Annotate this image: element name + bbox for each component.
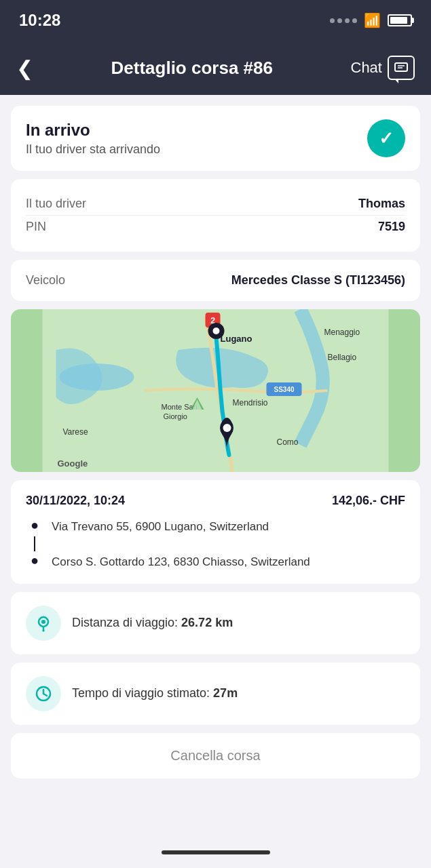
route-line — [34, 536, 35, 551]
trip-info-card: 30/11/2022, 10:24 142,06.- CHF ● Via Tre… — [11, 480, 420, 584]
signal-dots — [330, 18, 357, 23]
trip-route: ● Via Trevano 55, 6900 Lugano, Switzerla… — [26, 517, 405, 570]
travel-time-value: 27m — [213, 686, 238, 700]
to-pin-icon: ● — [31, 553, 39, 568]
svg-text:Lugano: Lugano — [221, 334, 252, 344]
main-content: In arrivo Il tuo driver sta arrivando ✓ … — [0, 95, 431, 840]
svg-text:Mendrisio: Mendrisio — [233, 398, 268, 408]
location-icon — [35, 614, 52, 632]
pin-value: 7519 — [378, 220, 405, 234]
svg-text:Como: Como — [277, 437, 299, 447]
chat-label: Chat — [351, 59, 382, 77]
svg-text:Bellagio: Bellagio — [328, 353, 357, 362]
svg-point-24 — [41, 620, 45, 624]
driver-label: Il tuo driver — [26, 197, 86, 211]
svg-text:SS340: SS340 — [274, 386, 294, 393]
arrival-card: In arrivo Il tuo driver sta arrivando ✓ — [11, 106, 420, 171]
distance-text: Distanza di viaggio: 26.72 km — [72, 616, 233, 630]
status-time: 10:28 — [19, 11, 60, 30]
check-icon: ✓ — [379, 128, 394, 149]
arrival-text: In arrivo Il tuo driver sta arrivando — [26, 121, 160, 157]
svg-text:Menaggio: Menaggio — [324, 328, 360, 337]
svg-line-28 — [43, 694, 47, 696]
chat-icon — [388, 56, 415, 80]
battery-icon — [388, 14, 412, 26]
route-line-row — [26, 535, 405, 553]
back-icon: ❮ — [16, 56, 33, 80]
pin-label: PIN — [26, 220, 46, 234]
from-pin-icon: ● — [31, 517, 39, 533]
map[interactable]: SS340 Lugano Menaggio Bellagio Monte San… — [11, 309, 420, 472]
trip-price: 142,06.- CHF — [332, 494, 405, 508]
svg-text:Google: Google — [58, 458, 88, 469]
vehicle-card: Veicolo Mercedes Classe S (TI123456) — [11, 260, 420, 301]
time-icon-circle — [26, 676, 61, 711]
status-bar: 10:28 📶 — [0, 0, 431, 41]
travel-time-card: Tempo di viaggio stimato: 27m — [11, 663, 420, 725]
distance-card: Distanza di viaggio: 26.72 km — [11, 592, 420, 654]
svg-text:Varese: Varese — [63, 427, 88, 437]
arrival-title: In arrivo — [26, 121, 160, 140]
page-title: Dettaglio corsa #86 — [111, 58, 273, 79]
cancel-button[interactable]: Cancella corsa — [11, 733, 420, 778]
route-from: ● Via Trevano 55, 6900 Lugano, Switzerla… — [26, 517, 405, 535]
travel-time-text: Tempo di viaggio stimato: 27m — [72, 686, 238, 701]
vehicle-value: Mercedes Classe S (TI123456) — [231, 273, 405, 288]
pin-row: PIN 7519 — [26, 216, 405, 238]
route-to: ● Corso S. Gottardo 123, 6830 Chiasso, S… — [26, 553, 405, 570]
clock-icon — [35, 685, 52, 703]
trip-header: 30/11/2022, 10:24 142,06.- CHF — [26, 494, 405, 508]
svg-point-25 — [43, 629, 45, 631]
status-icons: 📶 — [330, 12, 412, 28]
svg-point-20 — [213, 328, 220, 334]
header: ❮ Dettaglio corsa #86 Chat — [0, 41, 431, 95]
driver-value: Thomas — [358, 197, 405, 211]
svg-text:Giorgio: Giorgio — [164, 412, 187, 420]
from-address: Via Trevano 55, 6900 Lugano, Switzerland — [52, 517, 269, 535]
distance-icon-circle — [26, 606, 61, 641]
bottom-indicator — [0, 840, 431, 868]
chat-button[interactable]: Chat — [351, 56, 415, 80]
back-button[interactable]: ❮ — [16, 56, 33, 80]
driver-card: Il tuo driver Thomas PIN 7519 — [11, 179, 420, 252]
route-to-icon-col: ● — [26, 553, 43, 568]
arrival-subtitle: Il tuo driver sta arrivando — [26, 142, 160, 157]
wifi-icon: 📶 — [364, 12, 381, 28]
route-from-icon-col: ● — [26, 517, 43, 533]
distance-value: 26.72 km — [181, 616, 233, 629]
distance-label: Distanza di viaggio: — [72, 616, 181, 629]
vehicle-label: Veicolo — [26, 273, 65, 288]
trip-date: 30/11/2022, 10:24 — [26, 494, 125, 508]
home-bar — [162, 850, 270, 854]
svg-rect-0 — [395, 63, 407, 71]
cancel-label: Cancella corsa — [170, 748, 260, 764]
travel-time-label: Tempo di viaggio stimato: — [72, 686, 213, 700]
to-address: Corso S. Gottardo 123, 6830 Chiasso, Swi… — [52, 553, 310, 570]
driver-row: Il tuo driver Thomas — [26, 193, 405, 216]
svg-point-21 — [223, 424, 231, 432]
check-circle: ✓ — [367, 119, 405, 157]
